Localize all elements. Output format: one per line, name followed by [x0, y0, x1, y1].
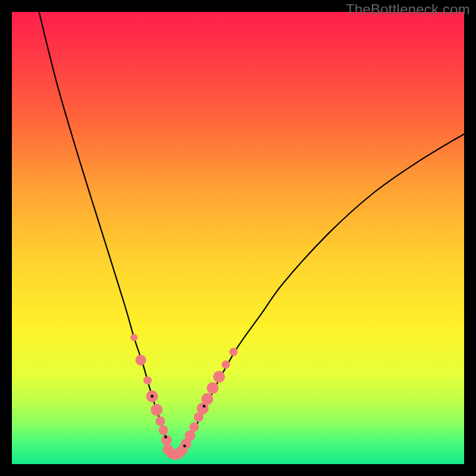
marker-dot [206, 382, 218, 394]
marker-dot [130, 334, 137, 341]
marker-dot [201, 393, 213, 405]
marker-dot [155, 416, 165, 426]
marker-dot [143, 376, 152, 384]
marker-dot [229, 348, 237, 356]
marker-dots [130, 334, 237, 460]
marker-dot [159, 425, 168, 435]
marker-dot [136, 355, 146, 365]
marker-dot [189, 422, 199, 432]
anchor-dot [183, 444, 186, 447]
anchor-dot [151, 395, 154, 398]
marker-dot [151, 404, 162, 416]
marker-dot [213, 371, 225, 383]
bottleneck-curve [39, 12, 464, 455]
marker-dot [222, 361, 230, 369]
watermark-text: TheBottleneck.com [346, 1, 470, 18]
anchor-dot [203, 405, 206, 408]
plot-area [12, 12, 464, 464]
curve-svg [12, 12, 464, 464]
chart-frame: TheBottleneck.com [0, 0, 476, 476]
marker-dot [184, 430, 195, 441]
anchor-dot [164, 436, 167, 439]
